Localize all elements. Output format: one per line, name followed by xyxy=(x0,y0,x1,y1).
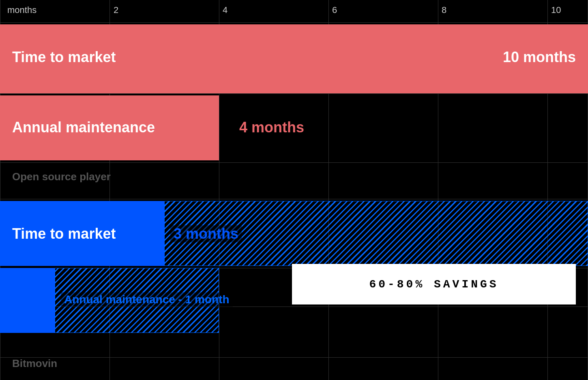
axis-label-2: 2 xyxy=(114,5,118,15)
ttm-blue-value: 3 months xyxy=(170,225,242,242)
axis-label-8: 8 xyxy=(442,5,446,15)
open-source-label: Open source player xyxy=(12,171,111,183)
divider-2 xyxy=(0,162,588,163)
annual-red-value: 4 months xyxy=(239,119,304,136)
ttm-red-value: 10 months xyxy=(503,49,576,66)
axis-label-10: 10 xyxy=(551,5,561,15)
annual-blue-label: Annual maintenance - 1 month xyxy=(61,292,233,307)
annual-blue-solid xyxy=(0,268,55,333)
savings-box: 60-80% SAVINGS xyxy=(292,264,576,304)
axis-label-months: months xyxy=(7,5,36,15)
annual-red-label: Annual maintenance xyxy=(12,119,155,136)
divider-top xyxy=(0,22,588,23)
chart-container: months 2 4 6 8 10 Time to market 10 mont… xyxy=(0,0,588,380)
axis-label-4: 4 xyxy=(223,5,227,15)
ttm-red-label: Time to market xyxy=(12,49,116,66)
savings-text: 60-80% SAVINGS xyxy=(369,278,498,291)
ttm-blue-label: Time to market xyxy=(12,225,116,242)
axis-row: months 2 4 6 8 10 xyxy=(0,0,588,22)
axis-label-6: 6 xyxy=(332,5,337,15)
divider-6 xyxy=(0,357,588,358)
divider-3 xyxy=(0,199,588,199)
bitmovin-label: Bitmovin xyxy=(12,357,57,370)
divider-1 xyxy=(0,93,588,94)
